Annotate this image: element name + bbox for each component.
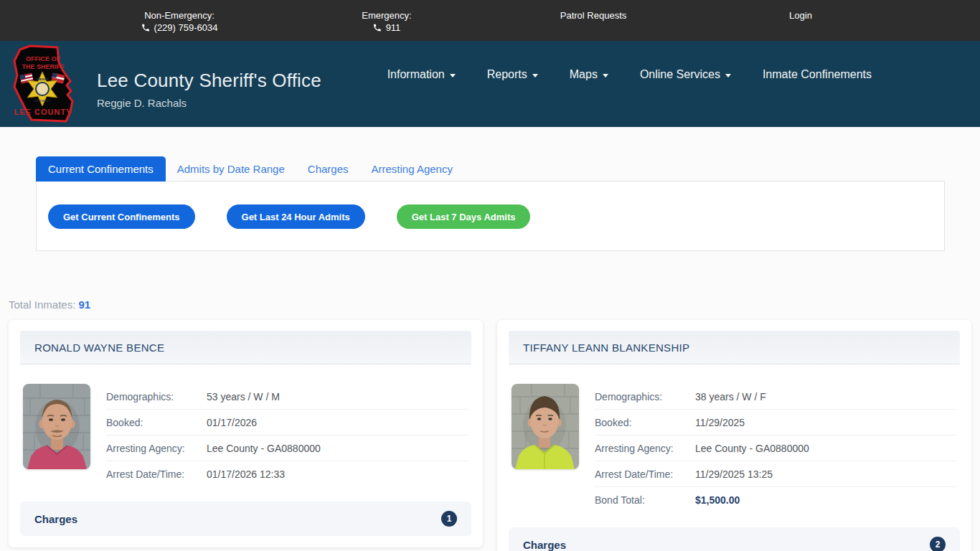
inmate-photo: [512, 384, 579, 469]
tab-arresting-agency[interactable]: Arresting Agency: [360, 156, 464, 182]
detail-row: Arresting Agency:Lee County - GA0880000: [595, 435, 957, 461]
phone-icon: [373, 23, 382, 32]
detail-row: Bond Total:$1,500.00: [595, 487, 957, 513]
non-emergency-block: Non-Emergency: (229) 759-6034: [141, 9, 218, 34]
charges-title: Charges: [34, 513, 77, 525]
tab-admits-by-date-range[interactable]: Admits by Date Range: [166, 156, 296, 182]
charges-count-badge: 2: [930, 537, 946, 551]
tab-current-confinements[interactable]: Current Confinements: [36, 156, 166, 182]
emergency-block: Emergency: 911: [362, 9, 411, 34]
total-inmates: Total Inmates:91: [9, 298, 980, 311]
sheriff-office-logo: OFFICE OF THE SHERIFF SHERIFF LEE COUNTY…: [6, 44, 80, 124]
phone-icon: [141, 23, 151, 32]
charges-section: Charges 2: [509, 527, 960, 551]
nav-online-services[interactable]: Online Services: [640, 68, 731, 81]
detail-row: Demographics:38 years / W / F: [595, 384, 957, 410]
main-nav: Information Reports Maps Online Services…: [387, 68, 872, 81]
detail-row: Demographics:53 years / W / M: [106, 384, 468, 410]
bond-total-value: $1,500.00: [695, 494, 740, 506]
detail-row: Arresting Agency:Lee County - GA0880000: [106, 435, 468, 461]
nav-maps[interactable]: Maps: [570, 68, 608, 81]
logo-top-line1: OFFICE OF: [26, 55, 60, 62]
patrol-requests-link[interactable]: Patrol Requests: [560, 10, 627, 21]
nav-information[interactable]: Information: [387, 68, 456, 81]
chevron-down-icon: [725, 74, 731, 77]
site-header: OFFICE OF THE SHERIFF SHERIFF LEE COUNTY…: [0, 41, 980, 127]
logo-bottom-text: LEE COUNTY: [14, 108, 72, 116]
inmate-photo: [23, 384, 90, 469]
charges-count-badge: 1: [441, 511, 457, 527]
utility-bar: Non-Emergency: (229) 759-6034 Emergency:…: [0, 0, 980, 41]
sheriff-name: Reggie D. Rachals: [97, 97, 321, 109]
inmate-details: Demographics:53 years / W / M Booked:01/…: [106, 384, 468, 487]
charges-title: Charges: [523, 539, 566, 551]
inmate-details: Demographics:38 years / W / F Booked:11/…: [595, 384, 957, 513]
page-title: Lee County Sheriff's Office: [97, 70, 321, 92]
total-inmates-value: 91: [78, 298, 90, 311]
detail-row: Booked:11/29/2025: [595, 410, 957, 435]
emergency-label: Emergency:: [362, 9, 411, 22]
chevron-down-icon: [532, 74, 538, 77]
chevron-down-icon: [603, 74, 608, 77]
non-emergency-label: Non-Emergency:: [141, 9, 218, 22]
non-emergency-phone-link[interactable]: (229) 759-6034: [154, 22, 218, 34]
charges-section: Charges 1: [20, 501, 471, 536]
inmate-card-header: RONALD WAYNE BENCE: [20, 331, 471, 364]
inmate-card-header: TIFFANY LEANN BLANKENSHIP: [509, 331, 960, 364]
actions-panel: Get Current Confinements Get Last 24 Hou…: [36, 181, 945, 251]
logo-badge-top-text: SHERIFF: [36, 77, 49, 81]
tab-charges[interactable]: Charges: [296, 156, 360, 182]
inmate-card: RONALD WAYNE BENCE: [9, 320, 483, 547]
emergency-phone-link[interactable]: 911: [386, 22, 401, 34]
inmate-card: TIFFANY LEANN BLANKENSHIP: [497, 320, 971, 551]
confinement-tabs: Current Confinements Admits by Date Rang…: [36, 156, 945, 182]
get-last-7-days-admits-button[interactable]: Get Last 7 Days Admits: [397, 204, 531, 229]
login-link[interactable]: Login: [789, 10, 812, 21]
total-inmates-label: Total Inmates:: [9, 298, 75, 311]
detail-row: Booked:01/17/2026: [106, 410, 468, 435]
nav-reports[interactable]: Reports: [487, 68, 538, 81]
logo-top-line2: THE SHERIFF: [22, 63, 65, 70]
detail-row: Arrest Date/Time:01/17/2026 12:33: [106, 461, 468, 487]
inmate-cards: RONALD WAYNE BENCE: [9, 320, 971, 551]
detail-row: Arrest Date/Time:11/29/2025 13:25: [595, 461, 957, 487]
inmate-name: TIFFANY LEANN BLANKENSHIP: [523, 342, 689, 354]
get-current-confinements-button[interactable]: Get Current Confinements: [48, 204, 195, 229]
logo-badge-bottom-text: LEE COUNTY: [34, 100, 52, 103]
get-last-24-hour-admits-button[interactable]: Get Last 24 Hour Admits: [227, 204, 365, 229]
chevron-down-icon: [450, 74, 456, 77]
nav-inmate-confinements[interactable]: Inmate Confinements: [763, 68, 872, 81]
inmate-name: RONALD WAYNE BENCE: [34, 342, 164, 354]
